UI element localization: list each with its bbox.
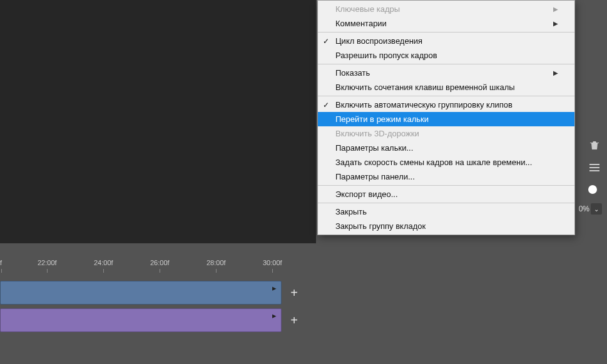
menu-item-label: Задать скорость смены кадров на шкале вр… (335, 158, 532, 167)
menu-item-label: Включить сочетания клавиш временной шкал… (335, 83, 515, 92)
menu-item-label: Параметры панели... (335, 172, 415, 181)
menu-item-label: Перейти в режим кальки (335, 114, 429, 124)
submenu-arrow-icon: ▶ (553, 20, 558, 27)
tick: f (0, 259, 2, 266)
checkmark-icon: ✓ (323, 101, 329, 109)
menu-item-label: Параметры кальки... (335, 143, 413, 153)
menu-item-label: Цикл воспроизведения (335, 36, 422, 46)
tracks: ▸ ▸ (0, 281, 294, 336)
menu-item-label: Экспорт видео... (335, 190, 398, 199)
menu-item[interactable]: ✓Цикл воспроизведения (318, 34, 574, 48)
tick: 22:00f (38, 259, 57, 266)
menu-item: Ключевые кадры▶ (318, 2, 574, 16)
menu-item-label: Ключевые кадры (335, 4, 400, 14)
menu-item[interactable]: Комментарии▶ (318, 16, 574, 31)
context-menu: Ключевые кадры▶Комментарии▶✓Цикл воспрои… (317, 0, 575, 235)
menu-item[interactable]: Показать▶ (318, 66, 574, 80)
checkmark-icon: ✓ (323, 37, 329, 46)
opacity-text: 0% (579, 205, 589, 213)
menu-item-label: Комментарии (335, 19, 387, 28)
tick: 28:00f (207, 259, 226, 266)
menu-item[interactable]: Включить сочетания клавиш временной шкал… (318, 80, 574, 94)
tick: 30:00f (263, 259, 282, 266)
trash-icon[interactable] (584, 135, 604, 155)
submenu-arrow-icon: ▶ (553, 69, 558, 76)
menu-item[interactable]: ✓Включить автоматическую группировку кли… (318, 98, 574, 112)
opacity-slider-thumb[interactable] (588, 185, 597, 194)
clip-handle-icon[interactable]: ▸ (272, 311, 278, 317)
menu-item[interactable]: Параметры кальки... (318, 141, 574, 155)
menu-item-label: Закрыть (335, 207, 367, 216)
svg-rect-1 (589, 167, 599, 168)
right-toolbar (582, 133, 607, 180)
add-track-button[interactable]: + (283, 281, 305, 305)
menu-item-label: Включить 3D-дорожки (335, 129, 419, 138)
chevron-down-icon[interactable]: ⌄ (591, 203, 602, 215)
opacity-value[interactable]: 0% ⌄ (579, 203, 602, 215)
menu-item-label: Разрешить пропуск кадров (335, 51, 437, 60)
menu-item[interactable]: Разрешить пропуск кадров (318, 48, 574, 63)
clip-handle-icon[interactable]: ▸ (272, 283, 278, 290)
timeline-area: f 22:00f 24:00f 26:00f 28:00f 30:00f ▸ ▸… (0, 243, 607, 364)
panel-menu-icon[interactable] (584, 158, 604, 178)
tick: 24:00f (94, 259, 113, 266)
menu-item[interactable]: Экспорт видео... (318, 187, 574, 201)
submenu-arrow-icon: ▶ (553, 6, 558, 13)
menu-item: Включить 3D-дорожки (318, 126, 574, 141)
clip[interactable]: ▸ (0, 281, 282, 305)
menu-item[interactable]: Перейти в режим кальки (318, 112, 574, 126)
preview-viewport (0, 0, 316, 243)
menu-item[interactable]: Закрыть (318, 205, 574, 219)
menu-item-label: Закрыть группу вкладок (335, 221, 426, 231)
svg-rect-2 (589, 170, 599, 171)
svg-rect-0 (589, 164, 599, 165)
menu-item[interactable]: Параметры панели... (318, 169, 574, 184)
tick: 26:00f (150, 259, 170, 266)
menu-item[interactable]: Задать скорость смены кадров на шкале вр… (318, 155, 574, 169)
clip[interactable]: ▸ (0, 308, 282, 332)
menu-item-label: Показать (335, 68, 370, 78)
menu-item[interactable]: Закрыть группу вкладок (318, 219, 574, 233)
menu-item-label: Включить автоматическую группировку клип… (335, 100, 513, 109)
time-ruler[interactable]: f 22:00f 24:00f 26:00f 28:00f 30:00f (0, 256, 325, 271)
add-track-button[interactable]: + (283, 308, 305, 332)
